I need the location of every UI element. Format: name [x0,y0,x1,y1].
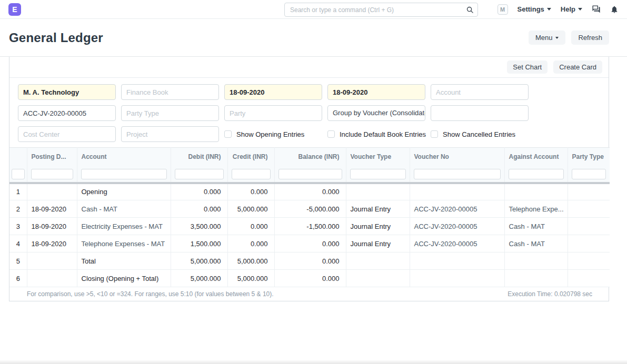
cost-center-filter[interactable] [18,126,116,142]
cell-credit: 5,000.000 [227,252,274,270]
cell-voucher-no[interactable]: ACC-JV-2020-00005 [410,235,504,252]
voucher-no-filter[interactable] [18,105,116,121]
cell-voucher-no[interactable]: ACC-JV-2020-00005 [410,218,504,235]
table-header-row: Posting D... Account Debit (INR) Credit … [9,148,610,166]
settings-label: Settings [517,5,544,13]
party-filter[interactable] [224,105,322,121]
include-default-book-entries-checkbox[interactable] [327,130,335,138]
cell-against-account [504,252,568,270]
cell-against-account[interactable]: Cash - MAT [504,235,568,252]
settings-menu[interactable]: Settings [517,5,551,13]
to-date-filter[interactable] [327,84,425,100]
chevron-down-icon [555,37,559,39]
cell-party-type [568,235,610,252]
column-filter-input[interactable] [509,169,564,179]
refresh-button[interactable]: Refresh [571,31,609,45]
show-opening-entries-checkbox[interactable] [224,130,232,138]
column-header-party-type[interactable]: Party Type [568,148,610,166]
cell-voucher-type [346,252,410,270]
menu-button-label: Menu [535,34,553,42]
page-actions: Menu Refresh [529,31,609,45]
column-filter-input[interactable] [414,169,501,179]
column-filter-input[interactable] [12,169,25,179]
cell-voucher-type [346,183,410,200]
navbar-right: M Settings Help [497,4,619,15]
column-header-index [9,148,27,166]
column-header-against-account[interactable]: Against Account [504,148,568,166]
cell-party-type [568,183,610,200]
cell-party-type [568,218,610,235]
user-avatar[interactable]: M [497,4,508,15]
column-filter-input[interactable] [278,169,342,179]
checkbox-include-default-book-entries[interactable]: Include Default Book Entries [327,126,425,142]
table-row: 218-09-2020Cash - MAT0.0005,000.000-5,00… [9,200,610,218]
cell-balance: -5,000.000 [274,200,346,218]
help-menu[interactable]: Help [561,5,582,13]
cell-credit: 5,000.000 [227,200,274,218]
help-label: Help [561,5,575,13]
cell-account: Opening [77,183,171,200]
cell-voucher-type: Journal Entry [346,235,410,252]
finance-book-filter[interactable] [121,84,219,100]
column-header-account[interactable]: Account [77,148,171,166]
comparison-hint: For comparison, use >5, <10 or =324. For… [27,290,274,298]
cell-idx: 4 [9,235,27,252]
from-date-filter[interactable] [224,84,322,100]
report-footer: For comparison, use >5, <10 or =324. For… [9,287,609,301]
filter-area: Group by Voucher (Consolidated) Show Ope… [9,78,609,147]
project-filter[interactable] [121,126,219,142]
cell-idx: 5 [9,252,27,270]
column-filter-input[interactable] [81,169,167,179]
cell-idx: 6 [9,270,27,287]
report-table: Posting D... Account Debit (INR) Credit … [9,147,610,287]
account-filter[interactable] [431,84,529,100]
column-header-credit[interactable]: Credit (INR) [227,148,274,166]
checkbox-show-opening-entries[interactable]: Show Opening Entries [224,126,322,142]
party-type-filter[interactable] [121,105,219,121]
cell-debit: 1,500.000 [171,235,227,252]
column-filter-input[interactable] [350,169,406,179]
app-logo-letter: E [12,5,17,14]
column-header-balance[interactable]: Balance (INR) [274,148,346,166]
cell-voucher-type [346,270,410,287]
notifications-bell-icon[interactable] [610,5,619,14]
show-cancelled-entries-checkbox[interactable] [431,130,438,138]
cell-voucher-no[interactable]: ACC-JV-2020-00005 [410,200,504,218]
cell-debit: 0.000 [171,183,227,200]
search-input[interactable] [284,3,478,17]
column-header-voucher-no[interactable]: Voucher No [410,148,504,166]
cell-account[interactable]: Telephone Expenses - MAT [77,235,171,252]
app-logo[interactable]: E [8,3,21,16]
cell-against-account [504,270,568,287]
column-filter-input[interactable] [31,169,73,179]
checkbox-show-cancelled-entries[interactable]: Show Cancelled Entries [431,126,529,142]
column-header-posting-date[interactable]: Posting D... [27,148,77,166]
cell-balance: 0.000 [274,252,346,270]
set-chart-button[interactable]: Set Chart [507,60,548,74]
extra-filter[interactable] [431,105,529,121]
cell-debit: 5,000.000 [171,252,227,270]
cell-account[interactable]: Cash - MAT [77,200,171,218]
cell-against-account[interactable]: Cash - MAT [504,218,568,235]
cell-balance: 0.000 [274,235,346,252]
column-filter-input[interactable] [175,169,224,179]
menu-button[interactable]: Menu [529,31,566,45]
cell-credit: 5,000.000 [227,270,274,287]
table-row: 418-09-2020Telephone Expenses - MAT1,500… [9,235,610,252]
group-by-select[interactable]: Group by Voucher (Consolidated) [327,105,425,121]
column-filter-input[interactable] [572,169,606,179]
column-filter-input[interactable] [232,169,271,179]
cell-voucher-type: Journal Entry [346,218,410,235]
cell-credit: 0.000 [227,218,274,235]
chevron-down-icon [578,8,582,11]
column-header-debit[interactable]: Debit (INR) [171,148,227,166]
chat-icon[interactable] [592,5,601,14]
create-card-button[interactable]: Create Card [553,60,602,74]
column-header-voucher-type[interactable]: Voucher Type [346,148,410,166]
company-filter[interactable] [18,84,116,100]
cell-against-account[interactable]: Telephone Expe... [504,200,568,218]
global-search [284,3,478,17]
cell-party-type [568,200,610,218]
cell-account[interactable]: Electricity Expenses - MAT [77,218,171,235]
table-filter-row [9,166,610,183]
